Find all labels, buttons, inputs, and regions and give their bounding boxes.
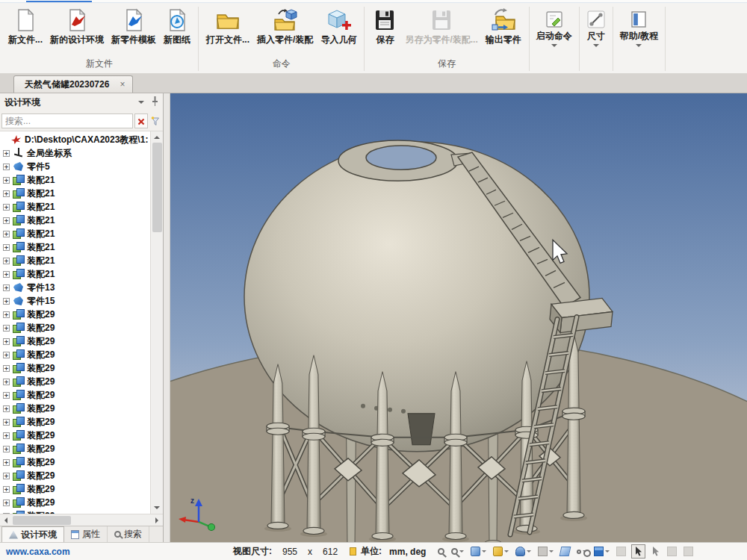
extra-tool-icon[interactable] xyxy=(666,545,678,558)
tree-item[interactable]: + 装配29 xyxy=(3,429,150,442)
tree-item[interactable]: + 装配29 xyxy=(3,455,150,469)
tree-item[interactable]: + 装配29 xyxy=(3,348,150,361)
expand-icon[interactable]: + xyxy=(3,177,10,184)
3d-scene[interactable]: z xyxy=(170,93,747,542)
view-orientation-icon[interactable] xyxy=(469,545,488,558)
expand-icon[interactable]: + xyxy=(3,500,10,506)
zoom-icon[interactable] xyxy=(436,547,446,556)
expand-icon[interactable]: + xyxy=(3,190,10,197)
tree-item[interactable]: + 装配29 xyxy=(3,496,150,509)
save-button[interactable]: 保存 xyxy=(368,4,401,45)
3d-viewport[interactable]: z xyxy=(170,93,747,542)
tab-design-environment[interactable]: 设计环境 xyxy=(1,526,64,542)
perspective-icon[interactable] xyxy=(559,545,571,558)
expand-icon[interactable]: + xyxy=(3,365,10,372)
dimensions-button[interactable]: 尺寸 xyxy=(580,4,612,73)
render-mode-icon[interactable] xyxy=(514,545,533,558)
new-design-environment-button[interactable]: 新的设计环境 xyxy=(46,4,108,45)
extra-tool2-icon[interactable] xyxy=(682,545,695,558)
tree-item[interactable]: + 全局坐标系 xyxy=(3,146,150,160)
stereo-view-icon[interactable] xyxy=(575,547,589,556)
zoom-options-icon[interactable] xyxy=(450,547,465,556)
tree-item[interactable]: + 装配29 xyxy=(3,388,150,402)
tree-item[interactable]: + 零件13 xyxy=(3,281,150,294)
tree-item[interactable]: + 装配29 xyxy=(3,482,150,496)
new-file-button[interactable]: 新文件... xyxy=(4,4,46,45)
pick-cursor-icon[interactable] xyxy=(649,545,662,558)
tree-item[interactable]: + 装配21 xyxy=(3,254,150,267)
expand-icon[interactable]: + xyxy=(3,338,10,345)
tree-item[interactable]: D:\Desktop\CAXA2023教程\1: xyxy=(3,133,150,146)
tree-item[interactable]: + 装配29 xyxy=(3,308,150,321)
document-tab[interactable]: 天然气储罐20230726 × xyxy=(13,75,133,93)
expand-icon[interactable]: + xyxy=(3,258,10,264)
panel-splitter[interactable] xyxy=(164,93,170,542)
tree-item[interactable]: + 装配29 xyxy=(3,402,150,415)
view-cube-icon[interactable] xyxy=(592,545,611,558)
help-tutorial-button[interactable]: 帮助/教程 xyxy=(614,4,664,73)
scroll-right-icon[interactable] xyxy=(152,515,163,526)
display-mode-icon[interactable] xyxy=(492,545,510,558)
expand-icon[interactable]: + xyxy=(3,419,10,426)
tree-horizontal-scrollbar[interactable] xyxy=(0,514,163,526)
expand-icon[interactable]: + xyxy=(3,164,10,170)
search-input[interactable] xyxy=(1,113,133,128)
launch-command-button[interactable]: 启动命令 xyxy=(530,4,578,73)
clear-search-icon[interactable] xyxy=(134,113,148,128)
panel-menu-chevron-icon[interactable] xyxy=(138,101,144,107)
walkthrough-icon[interactable] xyxy=(536,545,555,558)
expand-icon[interactable]: + xyxy=(3,486,10,493)
tree-item[interactable]: + 零件15 xyxy=(3,294,150,308)
tree-item[interactable]: + 装配29 xyxy=(3,361,150,375)
scrollbar-thumb[interactable] xyxy=(152,143,162,232)
expand-icon[interactable]: + xyxy=(3,352,10,358)
tree-item[interactable]: + 装配29 xyxy=(3,321,150,335)
tree-item[interactable]: + 装配29 xyxy=(3,415,150,429)
expand-icon[interactable]: + xyxy=(3,405,10,412)
scroll-down-icon[interactable] xyxy=(152,503,163,514)
tree-item[interactable]: + 装配21 xyxy=(3,267,150,281)
expand-icon[interactable]: + xyxy=(3,271,10,278)
pin-icon[interactable] xyxy=(152,96,158,108)
tab-properties[interactable]: 属性 xyxy=(64,526,108,542)
insert-part-assembly-button[interactable]: 插入零件/装配 xyxy=(253,4,317,45)
tree-item[interactable]: + 装配21 xyxy=(3,187,150,200)
filter-icon[interactable] xyxy=(149,113,161,128)
expand-icon[interactable]: + xyxy=(3,325,10,332)
expand-icon[interactable]: + xyxy=(3,204,10,211)
select-cursor-icon[interactable] xyxy=(631,544,645,559)
tree-item[interactable]: + 装配29 xyxy=(3,442,150,455)
expand-icon[interactable]: + xyxy=(3,446,10,452)
scroll-up-icon[interactable] xyxy=(152,131,163,143)
scroll-left-icon[interactable] xyxy=(0,515,11,526)
tab-close-icon[interactable]: × xyxy=(118,79,126,90)
expand-icon[interactable]: + xyxy=(3,217,10,224)
expand-icon[interactable]: + xyxy=(3,284,10,291)
tree-item[interactable]: + 装配21 xyxy=(3,200,150,214)
import-geometry-button[interactable]: 导入几何 xyxy=(317,4,360,45)
tree-item[interactable]: + 装配29 xyxy=(3,335,150,348)
expand-icon[interactable]: + xyxy=(3,392,10,399)
tree-item[interactable]: + 装配21 xyxy=(3,214,150,227)
orbit-icon[interactable] xyxy=(615,545,627,558)
expand-icon[interactable]: + xyxy=(3,432,10,439)
tree-item[interactable]: + 零件5 xyxy=(3,160,150,173)
tree-item[interactable]: + 装配29 xyxy=(3,375,150,388)
expand-icon[interactable]: + xyxy=(3,244,10,251)
open-file-button[interactable]: 打开文件... xyxy=(202,4,253,45)
tab-search[interactable]: 搜索 xyxy=(108,526,149,542)
expand-icon[interactable]: + xyxy=(3,231,10,237)
tree-item[interactable]: + 装配29 xyxy=(3,469,150,482)
expand-icon[interactable]: + xyxy=(3,311,10,318)
tree-vertical-scrollbar[interactable] xyxy=(150,131,163,514)
tree-item[interactable]: + 装配21 xyxy=(3,240,150,254)
new-part-template-button[interactable]: 新零件模板 xyxy=(108,4,160,45)
new-drawing-button[interactable]: 新图纸 xyxy=(160,4,194,45)
expand-icon[interactable]: + xyxy=(3,150,10,157)
export-part-button[interactable]: 输出零件 xyxy=(482,4,525,45)
scrollbar-thumb[interactable] xyxy=(13,516,71,525)
expand-icon[interactable]: + xyxy=(3,473,10,479)
caxa-website-link[interactable]: www.caxa.com xyxy=(0,547,233,557)
expand-icon[interactable]: + xyxy=(3,459,10,466)
expand-icon[interactable]: + xyxy=(3,379,10,385)
